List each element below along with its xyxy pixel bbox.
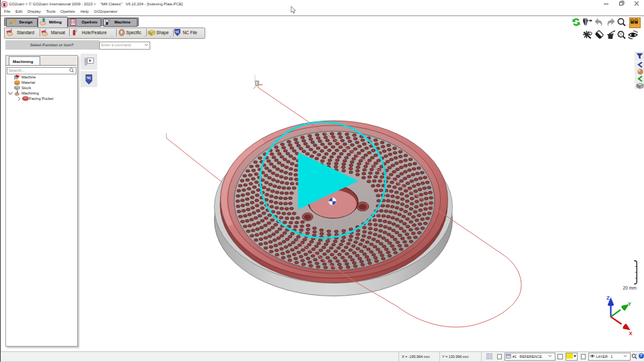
svg-text:Y: Y — [628, 301, 631, 307]
svg-text:X: X — [629, 330, 633, 337]
svg-text:20 mm: 20 mm — [623, 286, 637, 290]
svg-text:Z: Z — [606, 295, 610, 301]
